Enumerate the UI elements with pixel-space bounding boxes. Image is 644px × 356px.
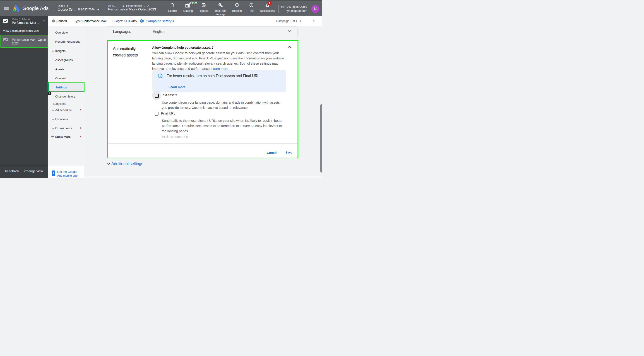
svg-text:?: ?	[251, 4, 252, 6]
